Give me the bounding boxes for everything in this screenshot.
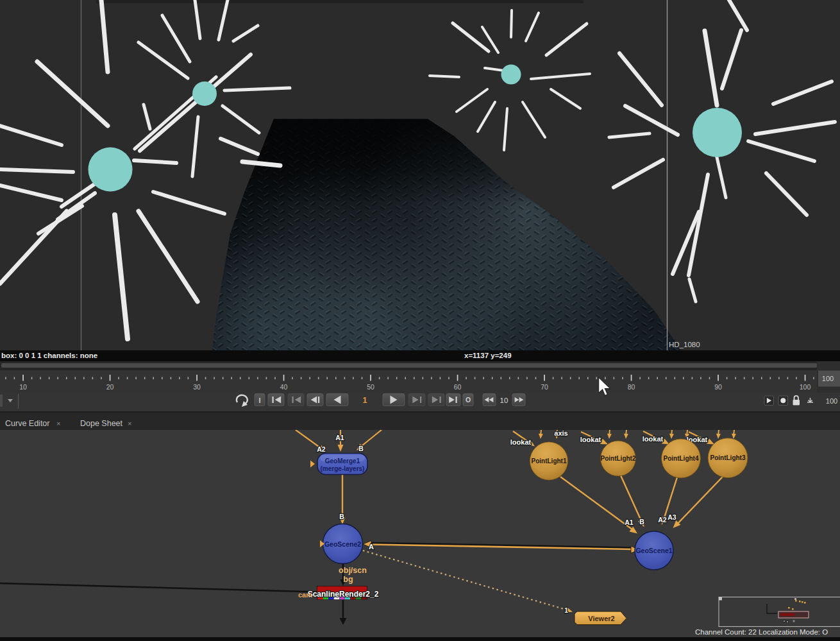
svg-text:(merge-layers): (merge-layers) [321, 465, 365, 472]
svg-text:A2: A2 [317, 445, 326, 453]
svg-text:100: 100 [822, 375, 834, 382]
svg-text:A1: A1 [625, 518, 634, 526]
svg-text:20: 20 [106, 383, 114, 391]
svg-text:GeoScene2: GeoScene2 [324, 540, 361, 548]
svg-text:10: 10 [19, 383, 27, 391]
svg-text:A1: A1 [335, 434, 344, 441]
svg-text:70: 70 [541, 383, 548, 391]
svg-text:HD_1080: HD_1080 [669, 341, 700, 348]
svg-text:PointLight3: PointLight3 [710, 454, 746, 461]
svg-text:GeoMerge1: GeoMerge1 [325, 457, 360, 465]
svg-text:B: B [339, 513, 344, 520]
svg-text:I: I [258, 397, 260, 404]
svg-text:Viewer2: Viewer2 [588, 615, 614, 622]
svg-text:80: 80 [628, 383, 635, 391]
svg-text:30: 30 [193, 383, 201, 391]
svg-text:1: 1 [564, 607, 568, 614]
svg-text:cam: cam [298, 591, 312, 599]
svg-text:10: 10 [500, 397, 508, 404]
svg-text:lookat: lookat [580, 436, 601, 443]
svg-text:A2: A2 [658, 516, 667, 524]
svg-text:lookat: lookat [510, 438, 532, 446]
svg-text:ScanlineRender2_2: ScanlineRender2_2 [308, 590, 379, 599]
svg-text:90: 90 [714, 383, 722, 391]
svg-text:axis: axis [554, 430, 567, 437]
svg-text:PointLight4: PointLight4 [664, 455, 699, 462]
svg-text:PointLight1: PointLight1 [532, 457, 567, 465]
svg-text:1: 1 [363, 396, 367, 405]
svg-text:50: 50 [367, 383, 374, 391]
svg-text:O: O [466, 396, 471, 404]
svg-text:A3: A3 [668, 513, 676, 521]
svg-text:PointLight2: PointLight2 [601, 455, 636, 462]
svg-text:60: 60 [454, 383, 462, 391]
svg-text:A: A [369, 543, 374, 551]
svg-text:100: 100 [800, 383, 811, 391]
svg-text:bg: bg [343, 575, 353, 584]
svg-text:lookat: lookat [643, 435, 664, 443]
svg-text:obj/scn: obj/scn [339, 566, 367, 575]
svg-text:100: 100 [826, 397, 837, 405]
svg-text:GeoScene1: GeoScene1 [635, 547, 672, 554]
svg-text:40: 40 [280, 383, 288, 391]
svg-text:Channel Count: 22 Localizatio: Channel Count: 22 Localization Mode: O [695, 628, 828, 636]
svg-text:B: B [639, 518, 644, 526]
svg-text:B: B [358, 445, 364, 452]
